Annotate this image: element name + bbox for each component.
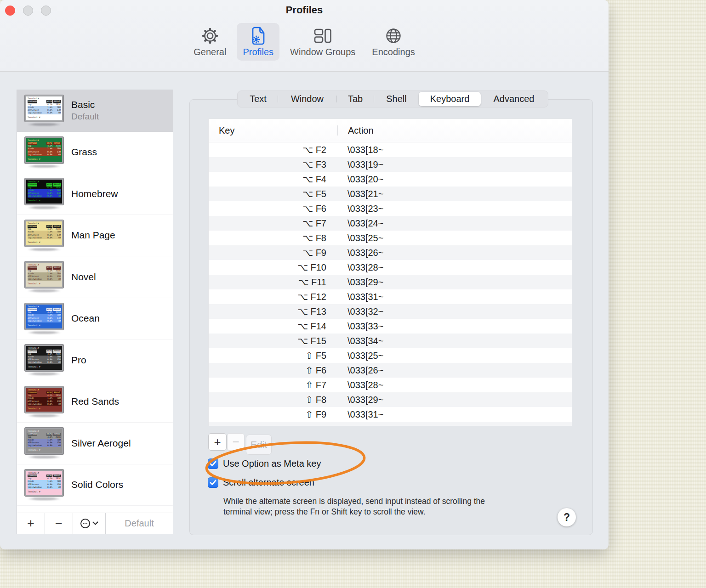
key-row[interactable]: ⌥ F3\033[19~ (209, 157, 572, 172)
checkbox-checked-box[interactable] (208, 477, 218, 488)
key-row[interactable]: ⌥ F9\033[26~ (209, 245, 572, 260)
key-cell: ⌥ F14 (209, 321, 337, 332)
profile-row-grass[interactable]: Terminal#COMMAND%CPURPRVTtop4.1%231KXcod… (17, 132, 173, 174)
tab-tab[interactable]: Tab (337, 92, 374, 106)
profile-row-pro[interactable]: Terminal#COMMAND%CPURPRVTtop4.1%231KXcod… (17, 339, 173, 381)
tab-keyboard[interactable]: Keyboard (419, 92, 481, 106)
remove-key-button[interactable]: − (227, 433, 245, 451)
checkbox-checked-box[interactable] (208, 458, 218, 469)
key-row[interactable]: ⌥ F4\033[20~ (209, 172, 572, 187)
key-row[interactable]: ⌥ F13\033[32~ (209, 304, 572, 319)
key-cell: ⇧ F8 (209, 394, 337, 405)
column-separator[interactable] (337, 125, 338, 136)
tab-text[interactable]: Text (239, 92, 278, 106)
key-row[interactable]: ⇧ F7\033[28~ (209, 378, 572, 392)
key-row[interactable]: ⇧ F8\033[29~ (209, 392, 572, 407)
tab-advanced[interactable]: Advanced (481, 92, 547, 106)
question-mark-icon: ? (564, 511, 570, 524)
key-cell: ⇧ F7 (209, 379, 337, 390)
column-header-key[interactable]: Key (209, 125, 337, 136)
profile-row-red-sands[interactable]: Terminal#COMMAND%CPURPRVTtop4.1%231KXcod… (17, 381, 173, 423)
profile-thumbnail: Terminal#COMMAND%CPURPRVTtop4.1%231KXcod… (23, 303, 65, 334)
thumb-process-line: loginwindow0.0%4M (28, 195, 61, 198)
key-row[interactable]: ⌥ F11\033[29~ (209, 275, 572, 289)
key-row[interactable]: ⇧ F9\033[31~ (209, 407, 572, 422)
action-cell: \033[21~ (337, 189, 572, 199)
toolbar-item-label: Encodings (372, 47, 415, 57)
key-cell: ⌥ F2 (209, 144, 337, 155)
checkmark-icon (210, 461, 216, 467)
key-row[interactable]: ⌥ F14\033[33~ (209, 319, 572, 334)
mini-terminal-preview: Terminal#COMMAND%CPURPRVTtop4.1%231KXcod… (25, 178, 63, 205)
checkbox-scroll-alternate-screen[interactable]: Scroll alternate screen (208, 477, 314, 488)
edit-key-button[interactable]: Edit (246, 435, 272, 455)
key-row[interactable]: ⇧ F5\033[25~ (209, 348, 572, 363)
key-cell: ⌥ F3 (209, 159, 337, 170)
mini-terminal-preview: Terminal#COMMAND%CPURPRVTtop4.1%231KXcod… (25, 95, 63, 122)
profile-row-basic[interactable]: Terminal#COMMAND%CPURPRVTtop4.1%231KXcod… (17, 90, 173, 132)
key-cell: ⇧ F5 (209, 350, 337, 361)
add-key-button[interactable]: + (208, 433, 227, 451)
sidebar-footer: + − Default (17, 513, 173, 534)
profile-row-silver-aerogel[interactable]: Terminal#COMMAND%CPURPRVTtop4.1%231KXcod… (17, 423, 173, 464)
chevron-down-icon (92, 521, 98, 526)
mini-terminal-screen: Terminal#COMMAND%CPURPRVTtop4.1%231KXcod… (26, 429, 62, 453)
column-header-action[interactable]: Action (337, 125, 374, 136)
profile-row-novel[interactable]: Terminal#COMMAND%CPURPRVTtop4.1%231KXcod… (17, 256, 173, 298)
action-cell: \033[26~ (337, 365, 572, 376)
action-cell: \033[23~ (337, 204, 572, 214)
keyboard-shortcut-table: Key Action ⌥ F2\033[18~⌥ F3\033[19~⌥ F4\… (208, 119, 572, 426)
key-row[interactable]: ⌥ F10\033[28~ (209, 260, 572, 275)
key-row[interactable]: ⌥ F12\033[31~ (209, 289, 572, 304)
thumbnail-reflection (27, 165, 61, 168)
profile-row-solid-colors[interactable]: Terminal#COMMAND%CPURPRVTtop4.1%231KXcod… (17, 464, 173, 506)
profile-actions-menu-button[interactable] (73, 513, 106, 534)
profile-row-ocean[interactable]: Terminal#COMMAND%CPURPRVTtop4.1%231KXcod… (17, 298, 173, 340)
profile-text: Homebrew (71, 188, 118, 199)
mini-terminal-preview: Terminal#COMMAND%CPURPRVTtop4.1%231KXcod… (25, 303, 63, 330)
preferences-window: Profiles General (0, 0, 609, 549)
thumb-process-line: loginwindow0.0%4M (28, 361, 61, 364)
key-row[interactable]: ⌥ F8\033[25~ (209, 231, 572, 245)
tab-window[interactable]: Window (278, 92, 336, 106)
thumbnail-reflection (27, 498, 61, 500)
tab-shell[interactable]: Shell (374, 92, 419, 106)
toolbar-item-encodings[interactable]: Encodings (366, 23, 421, 61)
help-button[interactable]: ? (558, 508, 576, 526)
profile-text: Pro (71, 355, 86, 366)
toolbar-item-profiles[interactable]: Profiles (237, 23, 279, 61)
key-row[interactable]: ⌥ F5\033[21~ (209, 187, 572, 201)
profile-name: Man Page (71, 230, 115, 241)
ellipsis-circle-icon (80, 519, 90, 528)
thumb-prompt-line: Terminal # (28, 241, 61, 244)
thumb-process-line: loginwindow0.0%4M (28, 444, 61, 447)
thumb-prompt-line: Terminal # (28, 407, 61, 410)
thumbnail-reflection (27, 373, 61, 375)
key-cell: ⌥ F5 (209, 188, 337, 199)
thumb-prompt-line: Terminal # (28, 324, 61, 327)
key-row[interactable]: ⌥ F6\033[23~ (209, 201, 572, 216)
key-row[interactable]: ⇧ F6\033[26~ (209, 363, 572, 378)
key-row[interactable]: ⌥ F2\033[18~ (209, 142, 572, 157)
remove-profile-button[interactable]: − (45, 513, 73, 534)
profile-row-man-page[interactable]: Terminal#COMMAND%CPURPRVTtop4.1%231KXcod… (17, 215, 173, 257)
toolbar-item-label: Window Groups (290, 47, 355, 57)
thumbnail-reflection (27, 206, 61, 209)
mini-terminal-screen: Terminal#COMMAND%CPURPRVTtop4.1%231KXcod… (26, 388, 62, 412)
profile-thumbnail: Terminal#COMMAND%CPURPRVTtop4.1%231KXcod… (23, 428, 65, 458)
add-profile-button[interactable]: + (17, 513, 45, 534)
mini-terminal-screen: Terminal#COMMAND%CPURPRVTtop4.1%231KXcod… (26, 471, 62, 495)
key-row[interactable]: ⌥ F7\033[24~ (209, 216, 572, 231)
profile-text: BasicDefault (71, 99, 99, 122)
default-button[interactable]: Default (106, 513, 173, 534)
mini-terminal-preview: Terminal#COMMAND%CPURPRVTtop4.1%231KXcod… (25, 428, 63, 454)
profile-name: Basic (71, 99, 99, 110)
profile-thumbnail: Terminal#COMMAND%CPURPRVTtop4.1%231KXcod… (23, 469, 65, 500)
thumbnail-reflection (27, 456, 61, 458)
toolbar-item-window-groups[interactable]: Window Groups (284, 23, 361, 61)
key-row[interactable]: ⌥ F15\033[34~ (209, 334, 572, 348)
profile-row-homebrew[interactable]: Terminal#COMMAND%CPURPRVTtop4.1%231KXcod… (17, 173, 173, 215)
checkbox-use-option-as-meta-key[interactable]: Use Option as Meta key (208, 458, 321, 469)
toolbar-item-general[interactable]: General (188, 23, 232, 61)
window-title: Profiles (0, 4, 609, 16)
